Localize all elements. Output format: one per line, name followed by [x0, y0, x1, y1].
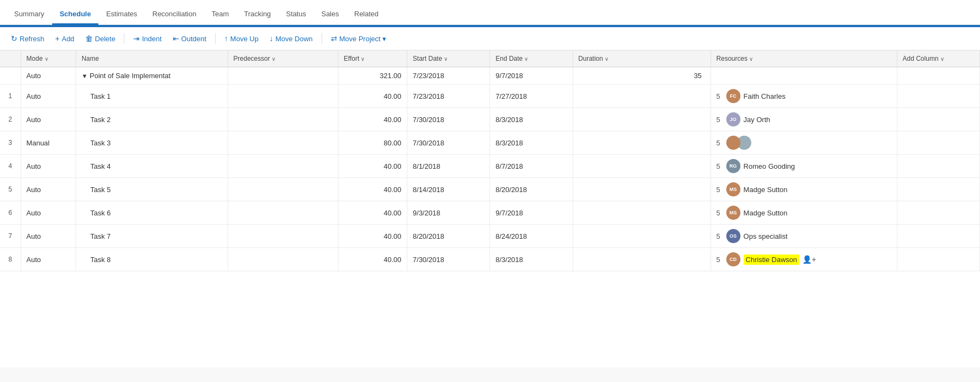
predecessor-1: [228, 85, 338, 108]
table-row[interactable]: 2 Auto Task 2 40.00 7/30/2018 8/3/2018 5…: [0, 108, 980, 131]
nav-tab-sales[interactable]: Sales: [313, 4, 347, 25]
col-header-start-date[interactable]: Start Date ∨: [407, 50, 489, 67]
duration-6: [573, 201, 711, 225]
addcol-4: [897, 155, 979, 178]
indent-button[interactable]: ⇥Indent: [129, 31, 166, 46]
resource-count: 5: [717, 139, 723, 147]
predecessor-2: [228, 108, 338, 131]
col-header-effort[interactable]: Effort ∨: [338, 50, 407, 67]
resource-count: 5: [717, 209, 723, 217]
table-row[interactable]: 3 Manual Task 3 80.00 7/30/2018 8/3/2018…: [0, 131, 980, 155]
table-row[interactable]: 1 Auto Task 1 40.00 7/23/2018 7/27/2018 …: [0, 85, 980, 108]
col-header-end-date[interactable]: End Date ∨: [490, 50, 573, 67]
delete-button[interactable]: 🗑Delete: [81, 31, 120, 46]
nav-tab-schedule[interactable]: Schedule: [52, 4, 99, 25]
effort-4: 40.00: [338, 155, 407, 178]
move-project-button[interactable]: ⇄Move Project ▾: [326, 31, 391, 46]
col-label-predecessor: Predecessor: [234, 55, 270, 62]
duration-5: [573, 178, 711, 201]
resource-name: Jay Orth: [744, 116, 770, 124]
refresh-button-icon: ↻: [11, 34, 17, 43]
addcol-5: [897, 178, 979, 201]
col-label-effort: Effort: [344, 55, 359, 62]
toolbar-separator: [322, 33, 322, 44]
addcol-8: [897, 248, 979, 271]
mode-2: Auto: [21, 108, 76, 131]
resource-cell: 5 RG Romeo Gooding: [717, 159, 891, 173]
duration-1: [573, 85, 711, 108]
row-num-6: 6: [0, 201, 21, 225]
refresh-button[interactable]: ↻Refresh: [7, 31, 49, 46]
col-label-mode: Mode: [27, 55, 43, 62]
resources-7: 5 OS Ops specialist: [711, 225, 897, 248]
resource-count: 5: [717, 162, 723, 170]
end-date-2: 8/3/2018: [490, 108, 573, 131]
resource-name: Romeo Gooding: [744, 162, 795, 170]
resource-cell: 5 JO Jay Orth: [717, 112, 891, 126]
col-header-predecessor[interactable]: Predecessor ∨: [228, 50, 338, 67]
table-row[interactable]: 4 Auto Task 4 40.00 8/1/2018 8/7/2018 5 …: [0, 155, 980, 178]
mode-3: Manual: [21, 131, 76, 155]
table-row[interactable]: 7 Auto Task 7 40.00 8/20/2018 8/24/2018 …: [0, 225, 980, 248]
move-up-button[interactable]: ↑Move Up: [220, 31, 263, 46]
nav-tab-summary[interactable]: Summary: [7, 4, 52, 25]
row-num-3: 3: [0, 131, 21, 155]
predecessor-7: [228, 225, 338, 248]
outdent-button[interactable]: ⇤Outdent: [168, 31, 211, 46]
predecessor-4: [228, 155, 338, 178]
nav-tab-team[interactable]: Team: [204, 4, 236, 25]
add-button[interactable]: +Add: [51, 31, 79, 46]
sort-icon: ∨: [444, 56, 448, 62]
task-name-4: Task 4: [76, 155, 228, 178]
col-header-resources[interactable]: Resources ∨: [711, 50, 897, 67]
task-name-8: Task 8: [76, 248, 228, 271]
duration-parent: 35: [573, 67, 711, 85]
move-down-button[interactable]: ↓Move Down: [265, 31, 317, 46]
mode-7: Auto: [21, 225, 76, 248]
resource-count: 5: [717, 232, 723, 240]
duration-8: [573, 248, 711, 271]
sort-icon: ∨: [361, 56, 365, 62]
resource-cell: 5 CD Christie Dawson 👤+: [717, 252, 891, 266]
nav-tab-status[interactable]: Status: [279, 4, 314, 25]
col-header-duration[interactable]: Duration ∨: [573, 50, 711, 67]
resource-name: Madge Sutton: [744, 186, 788, 194]
avatar-1: [726, 136, 740, 150]
col-label-end-date: End Date: [495, 55, 523, 62]
duration-2: [573, 108, 711, 131]
effort-6: 40.00: [338, 201, 407, 225]
nav-tab-related[interactable]: Related: [347, 4, 386, 25]
resources-1: 5 FC Faith Charles: [711, 85, 897, 108]
avatar: FC: [726, 89, 740, 103]
resource-name: Madge Sutton: [744, 209, 788, 217]
assign-resource-icon[interactable]: 👤+: [802, 255, 816, 264]
col-header-mode[interactable]: Mode ∨: [21, 50, 76, 67]
table-row[interactable]: 6 Auto Task 6 40.00 9/3/2018 9/7/2018 5 …: [0, 201, 980, 225]
nav-tab-reconciliation[interactable]: Reconciliation: [145, 4, 204, 25]
task-name-3: Task 3: [76, 131, 228, 155]
sort-icon: ∨: [272, 56, 275, 62]
col-label-name: Name: [81, 55, 99, 62]
nav-tab-tracking[interactable]: Tracking: [236, 4, 278, 25]
mode-1: Auto: [21, 85, 76, 108]
task-name-7: Task 7: [76, 225, 228, 248]
schedule-table: Mode ∨NamePredecessor ∨Effort ∨Start Dat…: [0, 50, 980, 271]
table-row[interactable]: 8 Auto Task 8 40.00 7/30/2018 8/3/2018 5…: [0, 248, 980, 271]
start-date-5: 8/14/2018: [407, 178, 489, 201]
resource-cell: 5 FC Faith Charles: [717, 89, 891, 103]
table-row[interactable]: 5 Auto Task 5 40.00 8/14/2018 8/20/2018 …: [0, 178, 980, 201]
resource-count: 5: [717, 256, 723, 264]
toolbar-separator: [215, 33, 216, 44]
col-header-name: Name: [76, 50, 228, 67]
col-header-add-column[interactable]: Add Column ∨: [897, 50, 979, 67]
resources-8: 5 CD Christie Dawson 👤+: [711, 248, 897, 271]
end-parent: 9/7/2018: [490, 67, 573, 85]
avatar-stack: [726, 136, 751, 150]
pred-parent: [228, 67, 338, 85]
resource-name: Ops specialist: [744, 232, 788, 240]
nav-tab-estimates[interactable]: Estimates: [98, 4, 145, 25]
avatar: CD: [726, 252, 740, 266]
toolbar: ↻Refresh+Add🗑Delete⇥Indent⇤Outdent↑Move …: [0, 27, 980, 50]
parent-task-row[interactable]: Auto▼Point of Sale Implementat321.007/23…: [0, 67, 980, 85]
mode-4: Auto: [21, 155, 76, 178]
